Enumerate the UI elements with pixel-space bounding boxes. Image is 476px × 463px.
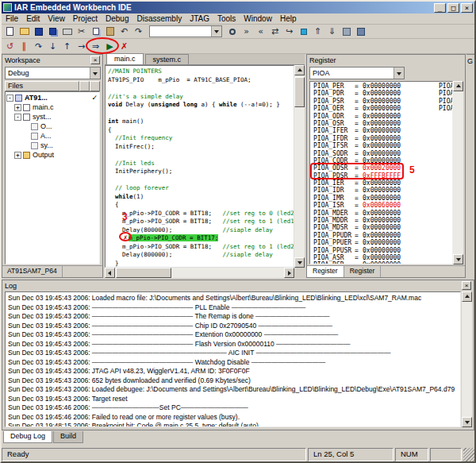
close-button[interactable]: × (461, 3, 473, 13)
tree-item-at91[interactable]: -AT91...✓ (6, 93, 99, 102)
code-line[interactable]: //Init frequency (108, 134, 294, 143)
scrollbar-thumb[interactable] (294, 77, 305, 107)
code-line[interactable]: while(1) (108, 193, 294, 202)
minimize-button[interactable]: _ (434, 3, 446, 13)
code-line[interactable]: } (108, 260, 294, 268)
scroll-down-icon[interactable] (462, 417, 472, 427)
tree-item-a[interactable]: A... (6, 131, 99, 141)
find-next-icon[interactable]: » (240, 25, 253, 38)
register-row[interactable]: PIOA_PSR=0x00000000PIOA (313, 98, 452, 105)
code-line[interactable]: m_pPio->PIO_CODR = BIT18; //set reg to 0… (108, 210, 294, 218)
code-line[interactable] (108, 151, 294, 160)
code-line[interactable] (108, 84, 294, 93)
collapse-icon[interactable]: - (14, 114, 21, 121)
go-icon[interactable]: ▶ (103, 40, 117, 52)
register-row[interactable]: PIOA_PPUDR=0x00000000 (313, 232, 452, 239)
code-line[interactable]: { (108, 126, 294, 135)
code-line[interactable]: //Init leds (108, 160, 294, 168)
register-row[interactable]: PIOA_MDSR=0x00000000 (313, 224, 452, 231)
code-line[interactable] (108, 110, 294, 118)
register-row[interactable]: PIOA_PPUER=0x00000000 (313, 239, 452, 246)
paste-icon[interactable] (103, 25, 117, 38)
copy-icon[interactable] (89, 25, 102, 38)
scroll-up-icon[interactable] (462, 291, 472, 302)
register-row[interactable]: PIOA_ISR=0x00060000 (313, 202, 452, 209)
scroll-up-icon[interactable] (453, 81, 463, 91)
tab-build[interactable]: Build (53, 431, 83, 443)
reset-icon[interactable]: ↺ (3, 40, 17, 52)
code-line[interactable]: AT91PS_PIO m_pPio = AT91C_BASE_PIOA; (108, 76, 294, 85)
register-row[interactable]: PIOA_IFER=0x00000000 (313, 127, 452, 134)
menu-project[interactable]: Project (69, 14, 102, 23)
code-line[interactable]: { (108, 201, 294, 210)
register-row[interactable]: PIOA_CODR=0x00000000 (313, 157, 452, 164)
register-row[interactable]: PIOA_IFDR=0x00000000 (313, 135, 452, 142)
code-line[interactable]: // loop forever (108, 184, 294, 193)
register-row[interactable]: PIOA_IMR=0x00000000 (313, 195, 452, 202)
save-icon[interactable] (32, 25, 45, 38)
register-row[interactable]: PIOA_PDR=0x00000000PIOA (313, 90, 452, 97)
next-bookmark-icon[interactable]: ⇓ (325, 25, 339, 38)
scroll-right-icon[interactable] (284, 268, 294, 278)
compile-icon[interactable] (340, 25, 353, 38)
redo-icon[interactable]: ↷ (132, 25, 145, 38)
menu-tools[interactable]: Tools (213, 14, 240, 23)
scroll-up-icon[interactable] (294, 65, 305, 75)
scroll-left-icon[interactable] (105, 268, 115, 278)
next-statement-icon[interactable]: → (75, 40, 88, 52)
resize-grip[interactable] (463, 448, 474, 461)
code-line[interactable]: void Delay (unsigned long a) { while (--… (108, 101, 294, 110)
replace-icon[interactable]: ⇄ (268, 25, 282, 38)
code-area[interactable]: //MAIN POINTERSAT91PS_PIO m_pPio = AT91C… (105, 65, 294, 268)
print-icon[interactable] (60, 25, 74, 38)
register-row[interactable]: PIOA_MDER=0x00000000 (313, 210, 452, 217)
break-icon[interactable]: ∥ (17, 40, 31, 52)
code-line[interactable]: //MAIN POINTERS (108, 68, 294, 76)
find-previous-icon[interactable]: « (254, 25, 267, 38)
register-row[interactable]: PIOA_PPUSR=0x00000000 (313, 247, 452, 254)
register-scrollbar[interactable] (453, 81, 463, 264)
tree-item-syst[interactable]: -syst... (6, 112, 99, 122)
expand-icon[interactable]: + (14, 104, 21, 111)
code-line[interactable]: m_pPio->PIO_SODR = BIT18; //set reg to 1… (108, 243, 294, 252)
step-out-icon[interactable]: ↑ (60, 40, 74, 52)
register-row[interactable]: PIOA_IFSR=0x00000000 (313, 142, 452, 149)
register-row[interactable]: PIOA_ASR=0x00000000 (313, 254, 452, 261)
step-over-icon[interactable]: ↷ (32, 40, 45, 52)
toggle-bookmark-icon[interactable] (297, 25, 310, 38)
editor-vertical-scrollbar[interactable] (294, 65, 305, 268)
config-dropdown[interactable]: Debug (5, 67, 101, 79)
menu-edit[interactable]: Edit (22, 14, 44, 23)
code-line[interactable]: //it's a simple delay (108, 93, 294, 102)
run-to-cursor-icon[interactable]: ⇒ (89, 40, 102, 52)
register-row[interactable]: PIOA_BSR=0x00000000 (313, 261, 452, 264)
editor-tab-mainc[interactable]: main.c (106, 53, 144, 64)
tree-item-mainc[interactable]: +main.c (6, 102, 99, 112)
log-scrollbar[interactable] (462, 291, 472, 427)
find-icon[interactable] (225, 25, 239, 38)
close-icon[interactable]: × (462, 281, 471, 290)
menu-view[interactable]: View (44, 14, 69, 23)
code-line[interactable]: ✗m_pPio->PIO_CODR = BIT17; (108, 234, 294, 243)
register-group-dropdown[interactable]: PIOA (309, 67, 405, 79)
register-row[interactable]: PIOA_ODR=0x00000000 (313, 113, 452, 120)
menu-jtag[interactable]: JTAG (186, 14, 213, 23)
code-line[interactable]: InitFrec(); (108, 143, 294, 152)
register-row[interactable]: PIOA_PDSR=0xFFFBFFFF (313, 172, 452, 179)
register-row[interactable]: PIOA_PER=0x00000000PIOA (313, 83, 452, 90)
undo-icon[interactable]: ↶ (117, 25, 131, 38)
collapse-icon[interactable]: - (6, 95, 13, 102)
files-column-1[interactable] (79, 81, 90, 91)
code-line[interactable]: InitPeriphery(); (108, 168, 294, 176)
workspace-project-tab[interactable]: AT91SAM7_P64 (2, 266, 63, 277)
register-row[interactable]: PIOA_SODR=0x00000000 (313, 150, 452, 157)
register-row[interactable]: PIOA_IER=0x00000000 (313, 179, 452, 187)
menu-help[interactable]: Help (276, 14, 301, 23)
cut-icon[interactable]: ✂ (75, 25, 88, 38)
maximize-button[interactable]: □ (447, 3, 459, 13)
chevron-down-icon[interactable] (393, 68, 404, 79)
tree-item-output[interactable]: +Output (6, 150, 99, 160)
open-file-icon[interactable] (17, 25, 31, 38)
save-all-icon[interactable] (46, 25, 60, 38)
register-row[interactable]: PIOA_MDDR=0x00000000 (313, 217, 452, 224)
